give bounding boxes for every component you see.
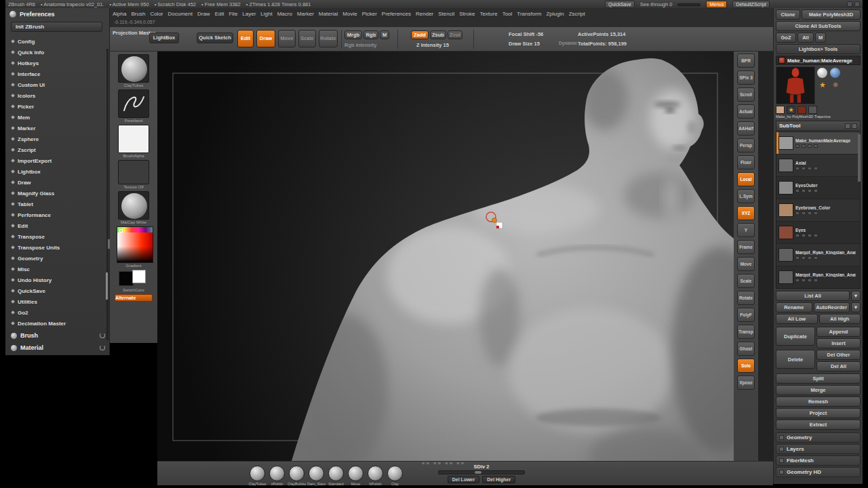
clone-all-subtools-button[interactable]: Clone All SubTools (776, 21, 861, 31)
preferences-item[interactable]: Transpose (5, 231, 109, 242)
sculpt-toggle-icon[interactable] (808, 256, 812, 260)
m-button[interactable]: M (380, 30, 389, 39)
subtool-group-button[interactable]: Remesh (776, 396, 861, 407)
sculpt-toggle-icon[interactable] (808, 167, 812, 170)
viewport-shelf-icon[interactable]: L.Sym (737, 189, 755, 203)
preferences-item[interactable]: Transpose Units (5, 242, 109, 253)
preferences-item[interactable]: Utilities (5, 296, 109, 307)
menu-item[interactable]: Material (319, 11, 338, 17)
viewport-shelf-icon[interactable]: Frame (737, 240, 755, 254)
subtool-option-icon[interactable] (845, 123, 850, 129)
recent-tool-thumbnail[interactable]: ★ (787, 106, 795, 114)
goz-all-button[interactable]: All (797, 33, 814, 43)
preferences-item[interactable]: Custom UI (5, 79, 109, 90)
lightbox-button[interactable]: LightBox (149, 33, 179, 43)
menu-item[interactable]: Picker (362, 11, 377, 17)
subtool-row[interactable]: Axial (776, 155, 860, 177)
zsphere-icon[interactable]: ✸ (830, 80, 841, 89)
preferences-item[interactable]: Icolors (5, 90, 109, 101)
viewport-shelf-icon[interactable]: Rotate (737, 291, 755, 305)
preferences-item[interactable]: Hotkeys (5, 58, 109, 68)
brush-preset[interactable]: zPolish (268, 466, 286, 486)
append-button[interactable]: Append (816, 327, 861, 337)
window-help-icon[interactable] (847, 1, 852, 7)
list-all-button[interactable]: List All (776, 291, 850, 301)
mrgb-button[interactable]: Mrgb (344, 30, 362, 39)
subtool-row[interactable]: Margot_Ryan_Kingslan_Anatomy_ (776, 266, 860, 289)
brush-preset[interactable]: ClayTubes (248, 466, 267, 486)
duplicate-button[interactable]: Duplicate (776, 327, 815, 346)
menu-item[interactable]: Draw (197, 11, 210, 17)
goz-m-button[interactable]: M (815, 33, 826, 43)
visibility-eye-icon[interactable] (795, 189, 800, 192)
visibility-eye-icon[interactable] (795, 256, 800, 260)
tool-section-header[interactable]: FiberMesh (776, 455, 861, 466)
switch-color-widget[interactable]: SwitchColor (117, 270, 151, 292)
subtool-extra-icon[interactable] (814, 256, 818, 260)
main-color-swatch[interactable] (119, 271, 134, 286)
recent-tool-thumbnail[interactable] (797, 106, 806, 114)
del-all-button[interactable]: Del All (816, 361, 861, 371)
menu-item[interactable]: Movie (342, 11, 357, 17)
menu-item[interactable]: Brush (131, 11, 145, 17)
rgb-intensity-slider[interactable]: Rgb Intensity (344, 42, 377, 48)
default-zscript-button[interactable]: DefaultZScript (732, 1, 769, 8)
autoreorder-button[interactable]: AutoReorder (814, 302, 850, 312)
preferences-item[interactable]: Picker (5, 101, 109, 112)
sculpt-toggle-icon[interactable] (808, 211, 812, 215)
alternate-button[interactable]: Alternate (115, 294, 153, 302)
preferences-scrollbar[interactable] (106, 49, 108, 340)
preferences-item[interactable]: ImportExport (5, 155, 109, 166)
subtool-extra-icon[interactable] (814, 167, 818, 170)
sculpt-toggle-icon[interactable] (808, 189, 812, 192)
move-mode-button[interactable]: Move (278, 30, 296, 47)
clone-button[interactable]: Clone (776, 9, 800, 20)
zcut-button[interactable]: Zcut (448, 30, 462, 39)
current-tool-row[interactable]: Make_human:MaleAverage (776, 56, 861, 65)
rename-button[interactable]: Rename (776, 302, 812, 312)
preferences-item[interactable]: Zsphere (5, 134, 109, 144)
focal-shift-slider[interactable]: Focal Shift -56 (509, 31, 543, 37)
viewport-shelf-icon[interactable]: Local (737, 172, 755, 186)
subtool-row[interactable]: Eyes (776, 222, 860, 244)
subtool-extra-icon[interactable] (814, 279, 818, 282)
init-zbrush-button[interactable]: Init ZBrush (11, 22, 102, 32)
preferences-item[interactable]: Decimation Master (5, 318, 109, 329)
sdiv-slider[interactable] (438, 470, 525, 474)
preferences-item[interactable]: QuickSave (5, 285, 109, 296)
polypaint-icon[interactable] (802, 189, 806, 192)
viewport-shelf-icon[interactable]: Persp (737, 138, 755, 152)
brush-preset[interactable]: ClayBuildup (288, 466, 306, 486)
menu-item[interactable]: Render (416, 11, 433, 17)
viewport-shelf-icon[interactable]: Y (737, 223, 755, 237)
preferences-item[interactable]: Draw (5, 177, 109, 188)
recent-tool-thumbnail[interactable] (776, 106, 785, 114)
goz-button[interactable]: GoZ (776, 33, 796, 43)
brush-preset[interactable]: hPolish (366, 466, 384, 486)
preferences-item[interactable]: Zscript (5, 144, 109, 155)
subtool-group-button[interactable]: Split (776, 373, 861, 384)
see-through-slider[interactable] (677, 3, 701, 6)
z-intensity-slider[interactable]: Z Intensity 15 (416, 42, 449, 48)
preferences-item[interactable]: Mem (5, 112, 109, 123)
menu-item[interactable]: Layer (242, 11, 256, 17)
subtool-group-button[interactable]: Merge (776, 385, 861, 395)
scale-mode-button[interactable]: Scale (298, 30, 316, 47)
subtool-row[interactable]: Make_humanMaleAverage (776, 132, 860, 155)
lightbox-tools-button[interactable]: Lightbox> Tools (776, 44, 861, 54)
viewport-shelf-icon[interactable]: BPR (737, 54, 755, 68)
menu-item[interactable]: Document (168, 11, 193, 17)
menu-item[interactable]: Stencil (438, 11, 454, 17)
viewport-shelf-icon[interactable]: Scale (737, 274, 755, 288)
viewport-shelf-icon[interactable]: Xpose (737, 375, 755, 390)
viewport-shelf-icon[interactable]: SPix 3 (737, 70, 755, 85)
make-polymesh3d-button[interactable]: Make PolyMesh3D (802, 9, 861, 20)
quicksave-button[interactable]: QuickSave (605, 1, 635, 8)
del-lower-button[interactable]: Del Lower (448, 476, 479, 483)
viewport-shelf-icon[interactable]: Ghost (737, 342, 755, 356)
viewport-shelf-icon[interactable]: PolyF (737, 308, 755, 322)
polypaint-icon[interactable] (802, 256, 806, 260)
color-picker-square[interactable] (117, 226, 153, 263)
material-section-header[interactable]: Material (5, 342, 109, 353)
subtool-extra-icon[interactable] (814, 144, 818, 148)
